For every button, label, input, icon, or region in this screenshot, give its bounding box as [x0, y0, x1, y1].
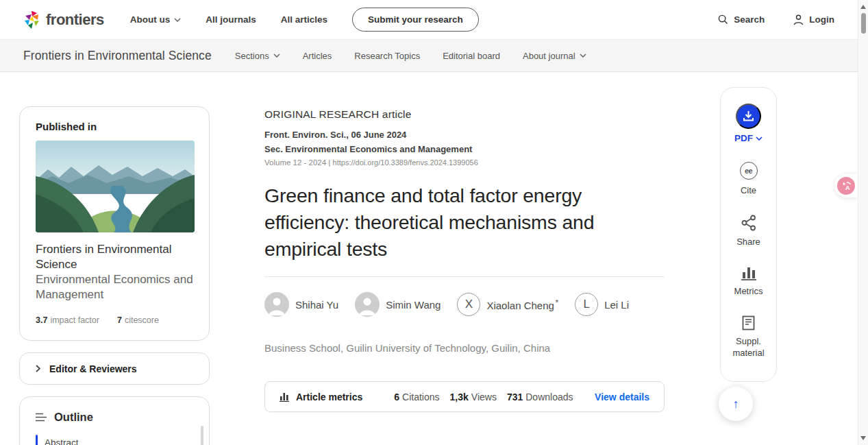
- metrics-chart-icon: [741, 266, 756, 280]
- published-in-section[interactable]: Environmental Economics and Management: [36, 272, 193, 302]
- citescore-value: 7: [117, 315, 122, 325]
- avatar-initial: L: [575, 293, 598, 316]
- outline-card: Outline Abstract: [19, 396, 210, 445]
- cite-button[interactable]: ee Cite: [725, 162, 773, 196]
- article-page: frontiers About us All journals All arti…: [0, 0, 868, 445]
- impact-factor-label: impact factor: [50, 315, 99, 325]
- article-metrics-label: Article metrics: [280, 392, 362, 402]
- chevron-right-icon: [36, 365, 40, 372]
- author-xiaolan-cheng[interactable]: X Xiaolan Cheng*: [457, 293, 558, 316]
- article-title: Green finance and total factor energy ef…: [264, 182, 634, 263]
- suppl-material-label: Suppl. material: [725, 335, 773, 359]
- search-button[interactable]: Search: [718, 14, 765, 25]
- journal-nav-research-topics-label: Research Topics: [354, 51, 420, 61]
- author-name: Lei Li: [604, 299, 629, 311]
- document-icon: [742, 315, 755, 330]
- author-lei-li[interactable]: L Lei Li: [575, 293, 629, 316]
- outline-heading: Outline: [54, 411, 93, 424]
- nav-all-articles[interactable]: All articles: [281, 14, 327, 25]
- scroll-to-top-button[interactable]: ↑: [719, 387, 753, 421]
- cite-icon: ee: [740, 162, 758, 180]
- journal-nav-sections[interactable]: Sections: [235, 51, 280, 61]
- metrics-button[interactable]: Metrics: [725, 266, 773, 297]
- pdf-format-selector[interactable]: PDF: [734, 133, 762, 143]
- views-value: 1,3k: [450, 392, 469, 402]
- author-shihai-yu[interactable]: Shihai Yu: [264, 292, 338, 317]
- scrollbar-down-arrow[interactable]: [860, 436, 866, 440]
- separator: |: [328, 158, 330, 167]
- person-icon: [264, 292, 289, 317]
- downloads-label: Downloads: [525, 392, 573, 402]
- frontiers-logo-icon: [23, 10, 41, 29]
- author-simin-wang[interactable]: Simin Wang: [355, 292, 441, 317]
- person-icon: [355, 292, 380, 317]
- supplementary-material-button[interactable]: Suppl. material: [725, 315, 773, 359]
- page-scrollbar[interactable]: [858, 0, 868, 445]
- author-list: Shihai Yu Simin Wang X Xiaolan Cheng* L …: [264, 292, 645, 317]
- article-section-link[interactable]: Sec. Environmental Economics and Managem…: [264, 144, 472, 154]
- journal-home-link[interactable]: Frontiers in Environmental Science: [23, 49, 212, 63]
- journal-nav-articles[interactable]: Articles: [303, 51, 332, 61]
- translate-icon: A: [841, 181, 852, 191]
- impact-factor-stat: 3.7impact factor: [36, 315, 99, 325]
- share-label: Share: [736, 236, 760, 248]
- journal-nav-editorial-board[interactable]: Editorial board: [443, 51, 500, 61]
- views-stat: 1,3kViews: [450, 392, 497, 402]
- login-label: Login: [809, 14, 834, 25]
- top-header: frontiers About us All journals All arti…: [0, 0, 858, 39]
- author-name-text: Xiaolan Cheng: [486, 300, 554, 311]
- search-label: Search: [734, 14, 765, 25]
- translate-button[interactable]: A: [837, 177, 855, 195]
- corresponding-author-mark: *: [556, 298, 558, 306]
- user-icon: [793, 14, 804, 25]
- avatar-initial: X: [457, 293, 480, 316]
- editor-reviewers-label: Editor & Reviewers: [49, 363, 137, 374]
- journal-nav-research-topics[interactable]: Research Topics: [354, 51, 420, 61]
- up-arrow-icon: ↑: [733, 397, 739, 411]
- view-details-link[interactable]: View details: [595, 392, 649, 402]
- bar-chart-icon: [280, 392, 290, 402]
- download-icon: [743, 110, 754, 122]
- pdf-download-button[interactable]: [736, 104, 761, 129]
- frontiers-logo[interactable]: frontiers: [23, 10, 104, 29]
- chevron-down-icon: [273, 53, 280, 58]
- top-nav: About us All journals All articles: [130, 14, 327, 25]
- outline-scrollbar-thumb[interactable]: [201, 426, 203, 445]
- journal-stats: 3.7impact factor 7citescore: [36, 315, 193, 325]
- avatar: [264, 292, 289, 317]
- citescore-stat: 7citescore: [117, 315, 159, 325]
- downloads-value: 731: [507, 392, 523, 402]
- search-icon: [718, 14, 728, 25]
- citations-stat: 6Citations: [394, 392, 439, 402]
- journal-nav: Sections Articles Research Topics Editor…: [235, 51, 586, 61]
- journal-nav-editorial-board-label: Editorial board: [443, 51, 500, 61]
- nav-all-journals[interactable]: All journals: [206, 14, 256, 25]
- metrics-rail-label: Metrics: [734, 285, 763, 297]
- metrics-label-text: Article metrics: [296, 392, 362, 402]
- list-icon: [36, 413, 47, 422]
- downloads-stat: 731Downloads: [507, 392, 573, 402]
- author-affiliation: Business School, Guilin University of Te…: [264, 342, 550, 354]
- action-rail: PDF ee Cite Share Metrics: [720, 87, 777, 382]
- published-in-journal-title[interactable]: Frontiers in Environmental Science: [36, 242, 193, 272]
- published-in-heading: Published in: [36, 121, 193, 132]
- submit-research-button[interactable]: Submit your research: [352, 8, 479, 32]
- nav-about-us[interactable]: About us: [130, 14, 182, 25]
- cite-label: Cite: [741, 184, 756, 196]
- volume-label: Volume 12 - 2024: [264, 158, 326, 167]
- journal-cover-image[interactable]: [36, 141, 195, 232]
- svg-text:A: A: [845, 184, 850, 191]
- scrollbar-up-arrow[interactable]: [860, 5, 866, 9]
- author-name: Shihai Yu: [295, 299, 338, 311]
- share-button[interactable]: Share: [725, 215, 773, 248]
- share-icon: [741, 215, 756, 231]
- journal-nav-sections-label: Sections: [235, 51, 269, 61]
- outline-active-indicator: [36, 435, 38, 445]
- nav-about-us-label: About us: [130, 14, 171, 25]
- journal-nav-about-journal[interactable]: About journal: [523, 51, 586, 61]
- editor-reviewers-card[interactable]: Editor & Reviewers: [19, 352, 210, 385]
- doi-link[interactable]: https://doi.org/10.3389/fenvs.2024.13990…: [333, 158, 478, 167]
- login-button[interactable]: Login: [793, 14, 834, 25]
- scrollbar-thumb[interactable]: [861, 13, 866, 34]
- outline-item-abstract[interactable]: Abstract: [36, 435, 193, 445]
